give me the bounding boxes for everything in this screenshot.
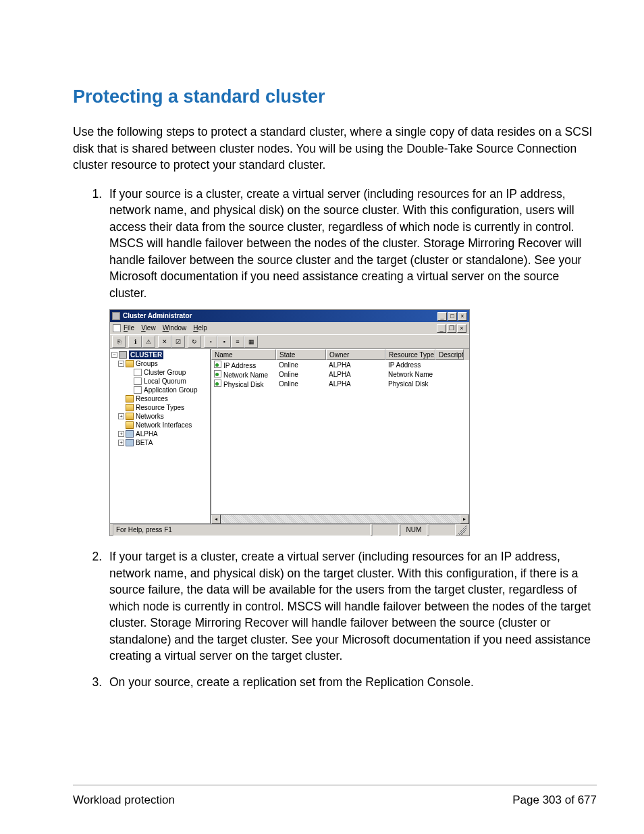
list-rows: IP Address Online ALPHA IP Address Netwo… [211,360,469,390]
mdi-doc-icon [113,324,121,332]
step-1: If your source is a cluster, create a vi… [105,186,597,537]
tree-network-interfaces[interactable]: Network Interfaces [136,421,192,429]
tree-application-group[interactable]: Application Group [144,386,198,394]
tree-local-quorum[interactable]: Local Quorum [144,377,186,386]
window-body: −CLUSTER −Groups Cluster Group Local Quo… [110,349,469,523]
tree-cluster-group[interactable]: Cluster Group [144,368,186,377]
scroll-left-button[interactable]: ◂ [211,515,221,524]
menu-bar: File View Window Help _ ❐ × [110,322,469,334]
status-help: For Help, press F1 [113,524,371,536]
resource-list: Name State Owner Resource Type Descript … [211,349,469,523]
col-desc[interactable]: Descript [435,349,464,360]
maximize-button[interactable]: □ [448,312,457,321]
toolbar-button-9[interactable]: ≡ [231,336,244,348]
menu-file[interactable]: File [124,323,134,333]
close-button[interactable]: × [458,312,467,321]
folder-icon [126,404,134,411]
step-3: On your source, create a replication set… [105,674,597,691]
toolbar-button-8[interactable]: ▪ [217,336,231,348]
group-icon [134,377,142,385]
group-icon [134,369,142,376]
toolbar-button-2[interactable]: ℹ [128,336,142,348]
list-row[interactable]: IP Address Online ALPHA IP Address [211,361,469,370]
toolbar: ⎘ ℹ ⚠ ✕ ☑ ↻ ▫ ▪ ≡ ▦ [110,334,469,349]
cell-type: IP Address [385,361,435,370]
cell-type: Physical Disk [385,380,435,389]
cell-owner: ALPHA [326,380,385,389]
tree-resource-types[interactable]: Resource Types [136,403,184,412]
window-titlebar[interactable]: Cluster Administrator _ □ × [110,310,469,322]
toolbar-button-3[interactable]: ⚠ [142,336,155,348]
cluster-tree[interactable]: −CLUSTER −Groups Cluster Group Local Quo… [110,349,211,523]
toolbar-button-4[interactable]: ✕ [158,336,171,348]
step-2: If your target is a cluster, create a vi… [105,548,597,664]
steps-list: If your source is a cluster, create a vi… [73,186,597,691]
mdi-close-button[interactable]: × [457,324,466,333]
cell-owner: ALPHA [326,361,385,370]
tree-resources[interactable]: Resources [136,394,168,403]
folder-icon [126,395,134,402]
list-row[interactable]: Physical Disk Online ALPHA Physical Disk [211,380,469,389]
tree-networks[interactable]: Networks [136,412,164,421]
status-empty-2 [429,524,456,536]
app-icon [112,312,120,320]
cell-state: Online [276,370,326,380]
toolbar-button-10[interactable]: ▦ [244,336,258,348]
col-type[interactable]: Resource Type [385,349,435,360]
toolbar-button-6[interactable]: ↻ [188,336,201,348]
cluster-admin-window: Cluster Administrator _ □ × File View Wi… [109,309,470,536]
cell-name: IP Address [223,362,256,369]
horizontal-scrollbar[interactable]: ◂ ▸ [211,514,469,523]
group-icon [134,386,142,394]
cell-name: Network Name [223,371,268,379]
folder-open-icon [126,360,134,367]
computer-icon [126,439,134,446]
resource-icon [214,370,221,377]
status-empty-1 [372,524,399,536]
cell-state: Online [276,380,326,389]
tree-beta[interactable]: BETA [136,438,153,447]
menu-help[interactable]: Help [193,323,207,333]
list-row[interactable]: Network Name Online ALPHA Network Name [211,370,469,380]
col-name[interactable]: Name [211,349,276,360]
toolbar-button-1[interactable]: ⎘ [112,336,126,348]
cell-owner: ALPHA [326,370,385,380]
tree-alpha[interactable]: ALPHA [136,429,158,438]
col-state[interactable]: State [276,349,326,360]
status-bar: For Help, press F1 NUM [110,523,469,536]
intro-paragraph: Use the following steps to protect a sta… [73,124,597,174]
col-owner[interactable]: Owner [326,349,385,360]
tree-groups[interactable]: Groups [136,359,158,368]
cell-type: Network Name [385,370,435,380]
page-heading: Protecting a standard cluster [73,86,597,107]
menu-window[interactable]: Window [163,323,187,333]
scroll-track[interactable] [221,515,460,523]
resource-icon [214,361,221,368]
mdi-restore-button[interactable]: ❐ [447,324,456,333]
menu-view[interactable]: View [141,323,156,333]
minimize-button[interactable]: _ [437,312,447,321]
cell-state: Online [276,361,326,370]
window-buttons: _ □ × [437,312,467,321]
toolbar-button-5[interactable]: ☑ [171,336,185,348]
window-title: Cluster Administrator [123,311,437,321]
folder-icon [126,413,134,420]
footer-page: Page 303 of 677 [512,793,597,807]
page-footer: Workload protection Page 303 of 677 [73,785,597,807]
footer-section: Workload protection [73,793,175,807]
status-num: NUM [400,524,427,536]
resize-grip-icon[interactable] [457,525,466,535]
computer-icon [126,430,134,438]
cluster-icon [119,351,127,359]
list-header: Name State Owner Resource Type Descript [211,349,469,360]
resource-icon [214,380,221,387]
toolbar-button-7[interactable]: ▫ [204,336,217,348]
cell-name: Physical Disk [223,381,263,388]
mdi-child-buttons: _ ❐ × [437,324,466,333]
scroll-right-button[interactable]: ▸ [460,515,469,524]
mdi-minimize-button[interactable]: _ [437,324,446,333]
tree-root[interactable]: CLUSTER [129,350,163,359]
step-1-text: If your source is a cluster, create a vi… [109,187,581,300]
folder-icon [126,421,134,429]
